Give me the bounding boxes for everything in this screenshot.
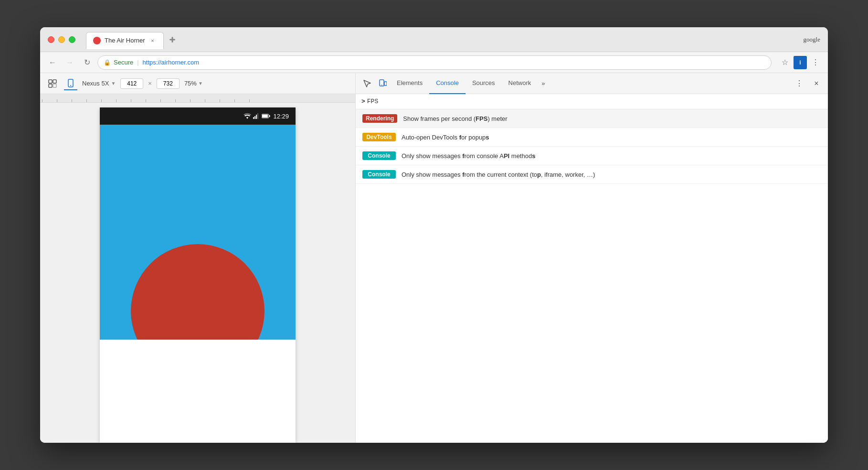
item-desc-rendering: Show frames per second (FPS) meter [403,115,507,122]
forward-button[interactable]: → [63,56,76,69]
svg-rect-5 [53,84,56,87]
svg-rect-8 [253,117,254,119]
close-button[interactable] [48,36,54,43]
maximize-button[interactable] [69,36,75,43]
phone-time: 12:29 [273,113,289,120]
select-element-button[interactable] [46,77,59,90]
svg-rect-9 [254,116,255,119]
svg-rect-11 [257,113,258,119]
horn-circle [131,244,265,340]
svg-point-7 [70,85,71,86]
device-toggle-button[interactable] [64,77,77,90]
phone-status-bar: 12:29 [100,107,296,125]
console-input-area: > FPS [356,94,828,109]
new-tab-button[interactable] [166,33,179,46]
bookmark-button[interactable]: ☆ [778,56,792,69]
badge-rendering: Rendering [362,114,397,123]
ruler-marks [40,94,252,102]
tab-sources[interactable]: Sources [466,73,502,94]
title-bar: The Air Horner × google [40,27,828,52]
svg-rect-14 [262,115,268,118]
devtools-tabs: Elements Console Sources Network » ⋮ × [356,73,828,94]
nav-right-icons: ☆ i ⋮ [778,56,822,69]
phone-viewport: 12:29 [40,103,355,443]
item-desc-console-api: Only show messages from console API meth… [402,152,535,160]
tab-title: The Air Horner [105,37,145,44]
ruler-area [40,94,355,103]
browser-content: Nexus 5X ▼ × 75% ▼ [40,73,355,443]
autocomplete-list: Rendering Show frames per second (FPS) m… [356,109,828,443]
autocomplete-item-rendering[interactable]: Rendering Show frames per second (FPS) m… [356,109,828,128]
phone-app-content [100,125,296,340]
main-content: Nexus 5X ▼ × 75% ▼ [40,73,828,443]
lock-icon: 🔒 [104,59,111,66]
zoom-dropdown-arrow: ▼ [198,81,203,86]
svg-rect-2 [49,80,52,83]
zoom-selector[interactable]: 75% ▼ [184,80,203,87]
url-separator: | [137,59,138,66]
autocomplete-item-devtools[interactable]: DevTools Auto-open DevTools for popups [356,128,828,147]
item-desc-devtools: Auto-open DevTools for popups [402,134,489,141]
dimension-separator: × [148,80,152,87]
svg-rect-17 [384,82,387,85]
phone-frame: 12:29 [100,107,296,443]
height-input[interactable] [157,78,180,89]
tab-network[interactable]: Network [502,73,538,94]
svg-rect-3 [53,80,56,83]
device-toolbar: Nexus 5X ▼ × 75% ▼ [40,73,355,94]
device-selector[interactable]: Nexus 5X ▼ [82,80,116,87]
svg-rect-13 [269,115,270,117]
device-dropdown-arrow: ▼ [111,81,116,86]
device-mode-button[interactable] [375,76,390,91]
badge-console-1: Console [362,151,396,160]
inspect-element-button[interactable] [360,76,375,91]
active-tab[interactable]: The Air Horner × [86,32,164,49]
traffic-lights [48,36,75,43]
menu-button[interactable]: ⋮ [809,56,822,69]
more-tabs-button[interactable]: » [538,77,549,90]
devtools-actions: ⋮ × [792,76,824,91]
console-input[interactable]: FPS [367,98,378,105]
badge-devtools: DevTools [362,133,396,141]
secure-label: Secure [114,59,133,66]
tab-close-button[interactable]: × [149,37,157,44]
nav-bar: ← → ↻ 🔒 Secure | https://airhorner.com ☆… [40,52,828,73]
autocomplete-item-console-api[interactable]: Console Only show messages from console … [356,147,828,165]
width-input[interactable] [120,78,143,89]
devtools-close-button[interactable]: × [809,76,824,91]
address-bar[interactable]: 🔒 Secure | https://airhorner.com [97,55,772,70]
tab-console[interactable]: Console [429,73,466,94]
google-label: google [804,36,820,43]
back-button[interactable]: ← [46,56,59,69]
reload-button[interactable]: ↻ [80,56,94,69]
autocomplete-item-console-ctx[interactable]: Console Only show messages from the curr… [356,165,828,184]
item-desc-console-ctx: Only show messages from the current cont… [402,171,595,178]
url-text: https://airhorner.com [143,59,200,66]
tab-elements[interactable]: Elements [390,73,429,94]
svg-rect-10 [256,115,257,119]
tab-favicon [93,37,101,44]
svg-point-16 [381,85,382,85]
devtools-panel: Elements Console Sources Network » ⋮ × [355,73,828,443]
status-icons [243,113,270,119]
svg-rect-4 [49,84,52,87]
badge-console-2: Console [362,170,396,179]
extension-button[interactable]: i [794,56,807,69]
minimize-button[interactable] [58,36,65,43]
browser-window: The Air Horner × google ← → ↻ 🔒 Secure [40,27,828,443]
console-prompt: > [361,98,365,105]
devtools-menu-button[interactable]: ⋮ [792,76,807,91]
svg-rect-1 [169,39,175,40]
tab-bar: The Air Horner × [86,31,798,48]
